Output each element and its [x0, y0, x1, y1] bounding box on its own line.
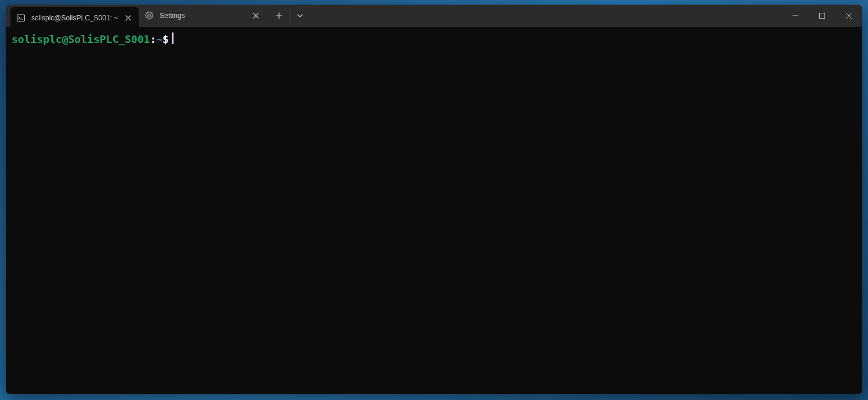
tab-dropdown-button[interactable]	[290, 8, 310, 24]
maximize-button[interactable]	[809, 5, 836, 27]
window-controls	[782, 5, 862, 27]
prompt-separator: :	[150, 33, 156, 46]
titlebar-drag-region[interactable]	[310, 5, 782, 27]
tab-title: Settings	[160, 12, 245, 20]
prompt-symbol: $	[162, 33, 169, 46]
new-tab-button[interactable]	[269, 8, 290, 24]
prompt-path: ~	[156, 33, 162, 46]
tab-settings[interactable]: Settings	[139, 5, 266, 27]
titlebar[interactable]: solisplc@SolisPLC_S001: ~ Settings	[6, 5, 862, 27]
terminal-icon	[16, 13, 26, 23]
prompt-user-host: solisplc@SolisPLC_S001	[12, 33, 150, 46]
cursor	[172, 33, 173, 44]
svg-rect-3	[820, 13, 825, 19]
tab-terminal[interactable]: solisplc@SolisPLC_S001: ~	[10, 7, 139, 29]
terminal-body[interactable]: solisplc@SolisPLC_S001:~$	[6, 27, 862, 394]
prompt-line: solisplc@SolisPLC_S001:~$	[12, 31, 856, 46]
tab-title: solisplc@SolisPLC_S001: ~	[31, 14, 118, 22]
close-button[interactable]	[836, 5, 862, 27]
tab-close-button[interactable]	[124, 13, 133, 23]
terminal-window: solisplc@SolisPLC_S001: ~ Settings	[6, 5, 862, 394]
minimize-button[interactable]	[782, 5, 809, 27]
gear-icon	[144, 11, 154, 20]
svg-rect-0	[17, 15, 25, 21]
tab-actions	[266, 5, 310, 27]
tab-close-button[interactable]	[251, 11, 261, 20]
tab-bar: solisplc@SolisPLC_S001: ~ Settings	[6, 5, 266, 27]
